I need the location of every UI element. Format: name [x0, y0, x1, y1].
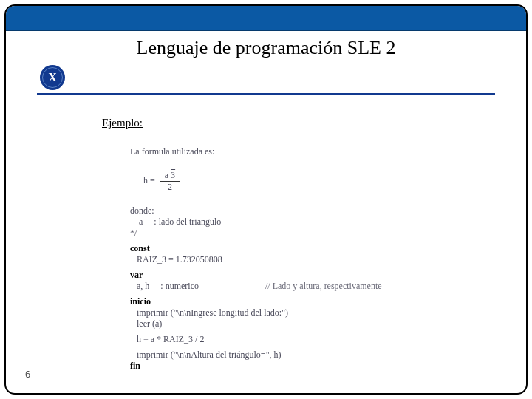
example-label: Ejemplo: [102, 117, 143, 129]
title-underline [37, 93, 495, 95]
kw-inicio: inicio [130, 296, 151, 307]
kw-fin: fin [130, 361, 140, 371]
university-logo: X [40, 65, 65, 90]
var-decl-comment: // Lado y altura, respectivamente [265, 281, 382, 291]
formula-lhs: h = [143, 175, 157, 185]
slide-frame: Lenguaje de programación SLE 2 X Ejemplo… [4, 4, 528, 395]
var-decl-left: a, h : numerico [130, 281, 199, 291]
kw-var: var [130, 270, 143, 280]
frac-a: a [165, 170, 168, 180]
comment-line-1: La formula utilizada es: [130, 146, 470, 157]
code-block: La formula utilizada es: h = a 32 donde:… [130, 146, 470, 372]
var-decl: a, h : numerico// Lado y altura, respect… [130, 281, 470, 292]
page-number: 6 [25, 369, 30, 380]
fraction-numerator: a 3 [160, 170, 180, 182]
example-label-text: Ejemplo: [102, 117, 143, 129]
top-bar [6, 6, 526, 31]
stmt-leer: leer (a) [130, 318, 470, 330]
stmt-imprimir-2: imprimir ("\n\nAltura del triángulo=", h… [130, 349, 470, 361]
slide-title: Lenguaje de programación SLE 2 [6, 37, 526, 59]
const-raiz3: RAIZ_3 = 1.732050808 [130, 254, 470, 265]
stmt-calc: h = a * RAIZ_3 / 2 [130, 334, 470, 345]
frac-root: 3 [171, 170, 175, 180]
fraction: a 32 [160, 170, 180, 193]
kw-const: const [130, 243, 150, 253]
logo-letter: X [48, 71, 57, 84]
comment-where: donde: [130, 205, 470, 216]
stmt-imprimir-1: imprimir ("\n\nIngrese longitud del lado… [130, 307, 470, 318]
comment-close: */ [130, 228, 470, 239]
formula-line: h = a 32 [130, 157, 470, 205]
comment-a-desc: a : lado del triangulo [130, 216, 470, 228]
fraction-denominator: 2 [160, 182, 180, 193]
